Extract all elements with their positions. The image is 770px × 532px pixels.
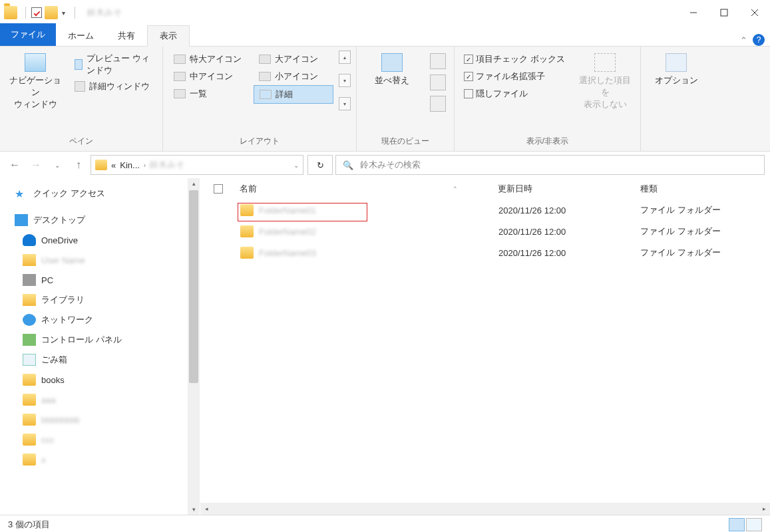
col-date[interactable]: 更新日時 (498, 183, 640, 195)
folder-icon (23, 414, 36, 426)
breadcrumb-item[interactable]: 鈴木みそ (150, 159, 184, 171)
layout-xlarge[interactable]: 特大アイコン (168, 51, 248, 68)
table-row[interactable]: FolderName012020/11/26 12:00ファイル フォルダー (200, 200, 770, 221)
qat-dropdown[interactable]: ▾ (62, 9, 65, 17)
layout-small[interactable]: 小アイコン (254, 68, 333, 85)
minimize-button[interactable] (678, 2, 709, 23)
up-button[interactable]: ↑ (69, 156, 88, 174)
layout-medium[interactable]: 中アイコン (168, 68, 248, 85)
tree-item[interactable]: aaa (13, 390, 182, 410)
refresh-button[interactable]: ↻ (307, 155, 333, 175)
tree-pc[interactable]: PC (13, 270, 182, 290)
user-icon (23, 254, 36, 266)
forward-button[interactable]: → (27, 156, 45, 174)
tree-library[interactable]: ライブラリ (13, 290, 182, 310)
sort-indicator-icon: ⌃ (453, 186, 458, 192)
tree-network[interactable]: ネットワーク (13, 310, 182, 330)
preview-pane-button[interactable]: プレビュー ウィンドウ (71, 51, 157, 78)
addcol-icon[interactable] (430, 53, 446, 69)
check-itemcheckboxes[interactable]: ✓項目チェック ボックス (460, 51, 570, 68)
file-name: FolderName01 (259, 205, 316, 215)
tree-item[interactable]: x (13, 450, 182, 469)
tab-file[interactable]: ファイル (0, 23, 56, 46)
selectall-checkbox[interactable] (214, 184, 223, 194)
col-type[interactable]: 種類 (640, 183, 757, 195)
window-title: 鈴木みそ (87, 7, 122, 19)
group-showhide: ✓項目チェック ボックス ✓ファイル名拡張子 隠しファイル 選択した項目を 表示… (455, 47, 641, 151)
sizecol-icon[interactable] (430, 74, 446, 90)
tree-desktop[interactable]: デスクトップ (13, 210, 182, 230)
maximize-button[interactable] (709, 2, 739, 23)
file-type: ファイル フォルダー (640, 247, 757, 259)
separator (75, 7, 75, 19)
desktop-icon (15, 214, 28, 226)
pc-icon (23, 274, 36, 286)
tree-user[interactable]: User Name (13, 250, 182, 270)
layout-details[interactable]: 詳細 (254, 85, 333, 104)
folder-icon (240, 247, 254, 259)
tree-scrollbar[interactable]: ▴ ▾ (188, 178, 200, 515)
hide-selected-button[interactable]: 選択した項目を 表示しない (575, 51, 635, 114)
breadcrumb[interactable]: « (111, 160, 116, 170)
separator (25, 7, 26, 19)
trash-icon (23, 354, 36, 366)
nav-pane-button[interactable]: ナビゲーション ウィンドウ (5, 51, 65, 114)
view-thumbs-button[interactable] (746, 518, 762, 531)
search-placeholder: 鈴木みその検索 (360, 159, 421, 171)
cloud-icon (23, 234, 36, 246)
tree-item[interactable]: bbbbbbbb (13, 410, 182, 430)
ribbon: ナビゲーション ウィンドウ プレビュー ウィンドウ 詳細ウィンドウ ペイン 特大… (0, 47, 770, 152)
check-extensions[interactable]: ✓ファイル名拡張子 (460, 68, 570, 85)
col-name[interactable]: 名前⌃ (240, 183, 498, 195)
group-options: オプション (641, 47, 711, 151)
options-button[interactable]: オプション (646, 51, 706, 89)
details-pane-button[interactable]: 詳細ウィンドウ (71, 78, 157, 94)
tab-home[interactable]: ホーム (56, 26, 106, 46)
file-date: 2020/11/26 12:00 (498, 227, 640, 237)
group-layout: 特大アイコン 中アイコン 一覧 大アイコン 小アイコン 詳細 ▴▾▾ レイアウト (163, 47, 357, 151)
close-button[interactable] (739, 2, 770, 23)
breadcrumb-item[interactable]: Kin... (120, 160, 140, 170)
table-row[interactable]: FolderName022020/11/26 12:00ファイル フォルダー (200, 221, 770, 242)
back-button[interactable]: ← (5, 156, 24, 174)
file-date: 2020/11/26 12:00 (498, 248, 640, 258)
search-box[interactable]: 🔍 鈴木みその検索 (335, 155, 765, 175)
chevron-right-icon[interactable]: › (144, 162, 146, 169)
app-folder-icon (4, 6, 17, 19)
recent-dropdown[interactable]: ⌄ (48, 156, 67, 174)
horizontal-scrollbar[interactable]: ◂▸ (200, 503, 770, 515)
collapse-ribbon-icon[interactable]: ⌃ (740, 35, 747, 45)
layout-large[interactable]: 大アイコン (254, 51, 333, 68)
file-name: FolderName02 (259, 227, 316, 237)
tree-trash[interactable]: ごみ箱 (13, 350, 182, 370)
addr-dropdown[interactable]: ⌄ (293, 162, 299, 169)
tab-share[interactable]: 共有 (106, 26, 147, 46)
ribbon-tabs: ファイル ホーム 共有 表示 ⌃ ? (0, 25, 770, 47)
help-icon[interactable]: ? (753, 34, 765, 46)
tree-books[interactable]: books (13, 370, 182, 390)
tab-view[interactable]: 表示 (147, 25, 190, 47)
svg-rect-1 (721, 9, 727, 16)
file-list: 名前⌃ 更新日時 種類 FolderName012020/11/26 12:00… (200, 178, 770, 515)
group-currentview: 並べ替え 現在のビュー (357, 47, 455, 151)
search-icon: 🔍 (343, 160, 353, 170)
file-type: ファイル フォルダー (640, 204, 757, 216)
qat-newfolder-icon[interactable] (45, 6, 58, 19)
address-bar[interactable]: « Kin... › 鈴木みそ ⌄ (91, 155, 303, 175)
layout-spin[interactable]: ▴▾▾ (339, 51, 351, 110)
file-name: FolderName03 (259, 248, 316, 258)
star-icon: ★ (15, 188, 28, 200)
tree-onedrive[interactable]: OneDrive (13, 230, 182, 250)
view-details-button[interactable] (729, 518, 745, 531)
folder-icon (95, 160, 107, 170)
tree-quickaccess[interactable]: ★クイック アクセス (13, 184, 182, 203)
sort-button[interactable]: 並べ替え (362, 51, 422, 89)
layout-list[interactable]: 一覧 (168, 85, 248, 102)
qat-properties-icon[interactable] (31, 7, 42, 18)
table-row[interactable]: FolderName032020/11/26 12:00ファイル フォルダー (200, 242, 770, 263)
tree-item[interactable]: ccc (13, 430, 182, 450)
list-header: 名前⌃ 更新日時 種類 (200, 178, 770, 200)
check-hidden[interactable]: 隠しファイル (460, 85, 570, 102)
fitcol-icon[interactable] (430, 96, 446, 112)
tree-control[interactable]: コントロール パネル (13, 330, 182, 350)
